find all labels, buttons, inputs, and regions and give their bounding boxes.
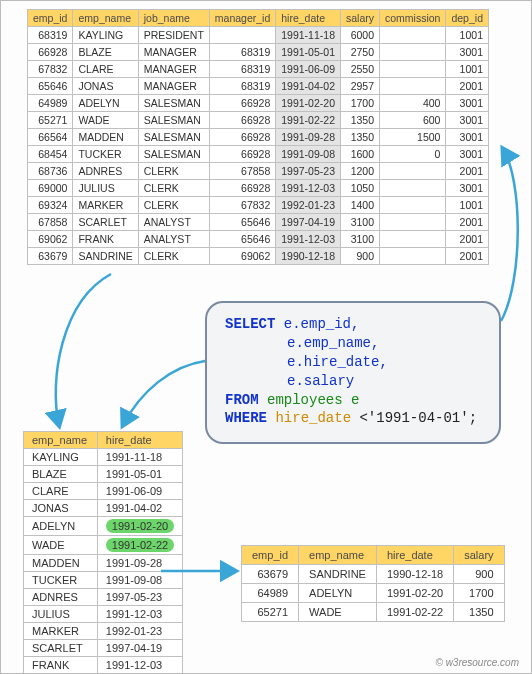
table-row: 69062FRANKANALYST656461991-12-0331002001 xyxy=(28,231,489,248)
table-row: JONAS1991-04-02 xyxy=(24,500,183,517)
col-manager-id: manager_id xyxy=(209,10,275,27)
table-row: FRANK1991-12-03 xyxy=(24,657,183,674)
col-emp-name: emp_name xyxy=(24,432,98,449)
table-row: MARKER1992-01-23 xyxy=(24,623,183,640)
arrow-icon xyxy=(501,149,518,321)
table-row: 66928BLAZEMANAGER683191991-05-0127503001 xyxy=(28,44,489,61)
sql-line: e.salary xyxy=(225,372,483,391)
col-salary: salary xyxy=(340,10,379,27)
arrow-icon xyxy=(56,274,111,425)
sql-line: WHERE hire_date <'1991-04-01'; xyxy=(225,409,483,428)
table-row: 65271WADESALESMAN669281991-02-2213506003… xyxy=(28,112,489,129)
table-row: BLAZE1991-05-01 xyxy=(24,466,183,483)
table-row: 69324MARKERCLERK678321992-01-2314001001 xyxy=(28,197,489,214)
table-row: KAYLING1991-11-18 xyxy=(24,449,183,466)
col-job-name: job_name xyxy=(138,10,209,27)
col-commission: commission xyxy=(380,10,446,27)
col-hire-date: hire_date xyxy=(376,546,453,565)
table-row: 69000JULIUSCLERK669281991-12-0310503001 xyxy=(28,180,489,197)
table-row: 63679SANDRINECLERK690621990-12-189002001 xyxy=(28,248,489,265)
footer-credit: © w3resource.com xyxy=(435,657,519,668)
employees-table: emp_id emp_name job_name manager_id hire… xyxy=(27,9,489,265)
table-row: WADE1991-02-22 xyxy=(24,536,183,555)
table-row: MADDEN1991-09-28 xyxy=(24,555,183,572)
table-row: 64989ADELYN1991-02-201700 xyxy=(242,584,505,603)
col-hire-date: hire_date xyxy=(97,432,182,449)
table-header-row: emp_id emp_name job_name manager_id hire… xyxy=(28,10,489,27)
table-header-row: emp_id emp_name hire_date salary xyxy=(242,546,505,565)
table-row: 68736ADNRESCLERK678581997-05-2312002001 xyxy=(28,163,489,180)
table-row: ADNRES1997-05-23 xyxy=(24,589,183,606)
table-row: CLARE1991-06-09 xyxy=(24,483,183,500)
col-emp-name: emp_name xyxy=(73,10,138,27)
table-row: 67832CLAREMANAGER683191991-06-0925501001 xyxy=(28,61,489,78)
table-row: TUCKER1991-09-08 xyxy=(24,572,183,589)
sql-line: SELECT e.emp_id, xyxy=(225,315,483,334)
table-header-row: emp_name hire_date xyxy=(24,432,183,449)
table-row: 68319KAYLINGPRESIDENT1991-11-1860001001 xyxy=(28,27,489,44)
table-row: SCARLET1997-04-19 xyxy=(24,640,183,657)
table-row: 65646JONASMANAGER683191991-04-0229572001 xyxy=(28,78,489,95)
sql-line: e.emp_name, xyxy=(225,334,483,353)
col-emp-name: emp_name xyxy=(299,546,377,565)
sql-query-box: SELECT e.emp_id, e.emp_name, e.hire_date… xyxy=(205,301,501,444)
table-row: 67858SCARLETANALYST656461997-04-19310020… xyxy=(28,214,489,231)
table-row: 66564MADDENSALESMAN669281991-09-28135015… xyxy=(28,129,489,146)
col-emp-id: emp_id xyxy=(28,10,73,27)
col-hire-date: hire_date xyxy=(276,10,341,27)
table-row: ADELYN1991-02-20 xyxy=(24,517,183,536)
table-row: 64989ADELYNSALESMAN669281991-02-20170040… xyxy=(28,95,489,112)
table-row: 65271WADE1991-02-221350 xyxy=(242,603,505,622)
col-salary: salary xyxy=(454,546,504,565)
hire-date-table: emp_name hire_date KAYLING1991-11-18BLAZ… xyxy=(23,431,183,674)
table-row: 68454TUCKERSALESMAN669281991-09-08160003… xyxy=(28,146,489,163)
col-dep-id: dep_id xyxy=(446,10,489,27)
sql-line: FROM employees e xyxy=(225,391,483,410)
result-table: emp_id emp_name hire_date salary 63679SA… xyxy=(241,545,505,622)
sql-line: e.hire_date, xyxy=(225,353,483,372)
table-row: 63679SANDRINE1990-12-18900 xyxy=(242,565,505,584)
arrow-icon xyxy=(123,361,205,425)
table-row: JULIUS1991-12-03 xyxy=(24,606,183,623)
col-emp-id: emp_id xyxy=(242,546,299,565)
